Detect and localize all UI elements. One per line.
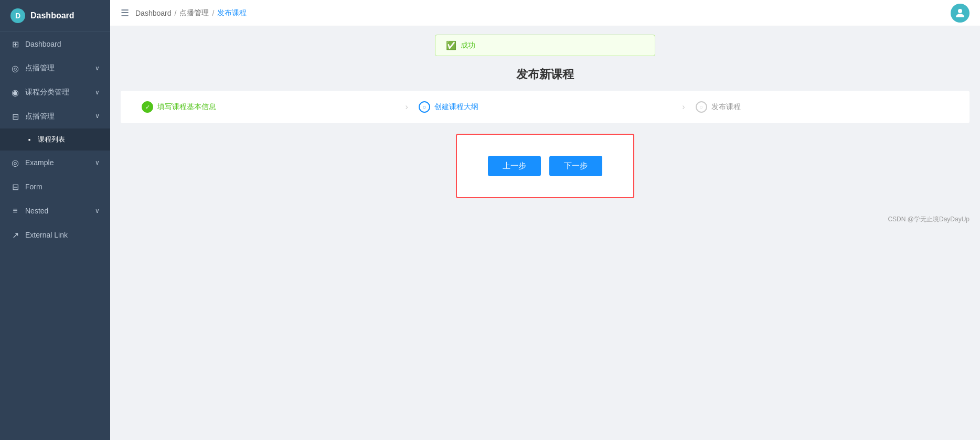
sidebar-item-label: Nested	[25, 207, 90, 215]
breadcrumb-sep2: /	[212, 9, 214, 17]
dashboard-icon: ⊞	[10, 39, 20, 49]
step-arrow-1: ›	[405, 102, 408, 112]
sidebar-item-label: 课程分类管理	[25, 88, 90, 97]
sidebar-item-label: Form	[25, 183, 100, 191]
page-title: 发布新课程	[110, 67, 980, 82]
step3-label: 发布课程	[711, 102, 741, 112]
step-2: ○ 创建课程大纲	[419, 101, 672, 113]
svg-point-0	[958, 9, 962, 13]
sidebar-subitem-kechengliebiao[interactable]: ▪ 课程列表	[0, 128, 110, 151]
sidebar-subitem-label: 课程列表	[38, 135, 65, 144]
sidebar-item-kechengfenlei[interactable]: ◉ 课程分类管理 ∨	[0, 80, 110, 104]
footer: CSDN @学无止境DayDayUp	[110, 209, 980, 230]
external-link-icon: ↗	[10, 230, 20, 240]
step2-label: 创建课程大纲	[434, 102, 478, 112]
step3-circle: ○	[696, 101, 707, 113]
dianboguan2-icon: ⊟	[10, 112, 20, 121]
sidebar-item-label: Example	[25, 158, 90, 167]
sidebar-item-label: 点播管理	[25, 63, 90, 73]
breadcrumb-dianboguan: 点播管理	[179, 8, 209, 18]
step2-circle: ○	[419, 101, 430, 113]
step-3: ○ 发布课程	[696, 101, 949, 113]
main-content: ☰ Dashboard / 点播管理 / 发布课程 ✅ 成功 发布新课程 ✓	[110, 0, 980, 440]
step1-label: 填写课程基本信息	[157, 102, 216, 112]
step1-circle: ✓	[142, 101, 153, 113]
chevron-down-icon: ∨	[95, 159, 100, 166]
form-icon: ⊟	[10, 182, 20, 191]
success-toast: ✅ 成功	[435, 35, 655, 56]
chevron-down-icon: ∨	[95, 65, 100, 72]
header-right	[951, 4, 970, 23]
sidebar-item-external[interactable]: ↗ External Link	[0, 223, 110, 247]
sidebar-item-label: Dashboard	[25, 40, 100, 48]
example-icon: ◎	[10, 158, 20, 167]
sidebar-item-nested[interactable]: ≡ Nested ∨	[0, 199, 110, 223]
footer-text: CSDN @学无止境DayDayUp	[888, 216, 970, 223]
dianboguan-icon: ◎	[10, 63, 20, 73]
steps-bar: ✓ 填写课程基本信息 › ○ 创建课程大纲 › ○ 发布课程	[121, 91, 970, 123]
kechengfenlei-icon: ◉	[10, 88, 20, 97]
action-card: 上一步 下一步	[456, 134, 634, 198]
sidebar-item-example[interactable]: ◎ Example ∨	[0, 151, 110, 175]
chevron-down-icon: ∨	[95, 89, 100, 96]
breadcrumb-sep1: /	[175, 9, 177, 17]
logo-icon: D	[10, 8, 25, 23]
chevron-up-icon: ∧	[95, 113, 100, 120]
header: ☰ Dashboard / 点播管理 / 发布课程	[110, 0, 980, 26]
sidebar-item-dianboguan2[interactable]: ⊟ 点播管理 ∧	[0, 104, 110, 128]
content-area: ✅ 成功 发布新课程 ✓ 填写课程基本信息 › ○ 创建课程大纲 › ○ 发布课…	[110, 26, 980, 440]
breadcrumb-dashboard: Dashboard	[135, 9, 172, 17]
sidebar-item-dashboard[interactable]: ⊞ Dashboard	[0, 32, 110, 56]
chevron-down-icon: ∨	[95, 207, 100, 214]
step-1: ✓ 填写课程基本信息	[142, 101, 395, 113]
avatar[interactable]	[951, 4, 970, 23]
sidebar-item-form[interactable]: ⊟ Form	[0, 175, 110, 199]
hamburger-button[interactable]: ☰	[121, 7, 129, 19]
breadcrumb: Dashboard / 点播管理 / 发布课程	[135, 8, 247, 18]
step-arrow-2: ›	[682, 102, 685, 112]
list-icon: ▪	[25, 135, 34, 144]
sidebar-logo: D Dashboard	[0, 0, 110, 32]
nested-icon: ≡	[10, 206, 20, 216]
prev-button[interactable]: 上一步	[488, 156, 541, 176]
sidebar-logo-text: Dashboard	[30, 11, 74, 20]
next-button[interactable]: 下一步	[549, 156, 602, 176]
sidebar-item-label: External Link	[25, 231, 100, 239]
sidebar: D Dashboard ⊞ Dashboard ◎ 点播管理 ∨ ◉ 课程分类管…	[0, 0, 110, 440]
sidebar-item-dianboguan[interactable]: ◎ 点播管理 ∨	[0, 56, 110, 80]
check-icon: ✅	[446, 40, 456, 50]
toast-text: 成功	[461, 41, 475, 50]
breadcrumb-current: 发布课程	[217, 8, 247, 18]
sidebar-item-label: 点播管理	[25, 112, 90, 121]
